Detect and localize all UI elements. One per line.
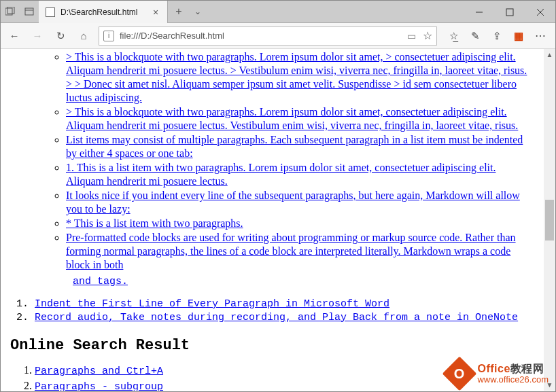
close-window-button[interactable] (525, 1, 555, 23)
content-link[interactable]: Indent the First Line of Every Paragraph… (35, 298, 389, 310)
list-item: Paragraphs and Ctrl+A (35, 363, 534, 378)
office-extension-icon[interactable]: ▦ (512, 30, 525, 42)
svg-rect-2 (25, 8, 33, 15)
maximize-button[interactable] (494, 1, 525, 23)
list-item: > This is a blockquote with two paragrap… (66, 50, 534, 105)
content-link[interactable]: Paragraphs and Ctrl+A (35, 366, 163, 377)
content-link[interactable]: Pre-formatted code blocks are used for w… (66, 232, 516, 270)
code-tag-link[interactable]: and tags. (73, 276, 534, 289)
numbered-list-a: Indent the First Line of Every Paragraph… (35, 298, 534, 325)
favorites-hub-icon[interactable]: ☆̲ (447, 30, 460, 42)
back-button[interactable]: ← (6, 28, 22, 44)
notes-icon[interactable]: ✎ (468, 30, 482, 42)
url-box[interactable]: i file:///D:/SearchResult.html ▭ ☆ (99, 26, 437, 46)
scroll-up-icon[interactable]: ▲ (544, 49, 555, 60)
titlebar: D:\SearchResult.html × + ⌄ (1, 1, 555, 23)
list-item: > This is a blockquote with two paragrap… (66, 105, 534, 132)
more-menu-icon[interactable]: ⋯ (534, 29, 547, 42)
list-item: 1. This is a list item with two paragrap… (66, 161, 534, 188)
page-content: > This is a blockquote with two paragrap… (10, 50, 534, 391)
scroll-thumb[interactable] (545, 200, 554, 240)
content-link[interactable]: * This is a list item with two paragraph… (66, 217, 243, 229)
list-item: Indent the First Line of Every Paragraph… (35, 298, 534, 311)
window-controls (464, 1, 555, 22)
section-heading: Online Search Result (10, 336, 534, 355)
svg-rect-5 (506, 9, 513, 16)
titlebar-drag (206, 1, 464, 22)
vertical-scrollbar[interactable]: ▲ ▼ (544, 49, 555, 391)
content-link[interactable]: > This is a blockquote with two paragrap… (66, 51, 527, 103)
close-tab-icon[interactable]: × (151, 7, 160, 18)
list-item: * This is a list item with two paragraph… (66, 217, 534, 230)
home-button[interactable]: ⌂ (75, 28, 92, 44)
refresh-button[interactable]: ↻ (52, 28, 69, 44)
list-item: It looks nice if you indent every line o… (66, 189, 534, 216)
toolbar-right: ☆̲ ✎ ⇪ ▦ ⋯ (444, 29, 550, 42)
content-link[interactable]: Paragraphs - subgroup (35, 381, 163, 391)
show-tabs-icon[interactable] (20, 1, 39, 23)
content-link[interactable]: 1. This is a list item with two paragrap… (66, 162, 496, 187)
browser-tab[interactable]: D:\SearchResult.html × (39, 1, 168, 23)
list-item: Paragraphs - subgroup (35, 379, 534, 391)
list-item: Record audio, Take notes during recordin… (35, 312, 534, 325)
page-viewport: > This is a blockquote with two paragrap… (1, 49, 544, 391)
content-link[interactable]: List items may consist of multiple parag… (66, 134, 523, 159)
scroll-track[interactable] (544, 60, 555, 379)
reading-view-icon[interactable]: ▭ (407, 31, 416, 41)
tab-title: D:\SearchResult.html (60, 7, 145, 17)
address-bar: ← → ↻ ⌂ i file:///D:/SearchResult.html ▭… (1, 23, 555, 49)
content-link[interactable]: Record audio, Take notes during recordin… (35, 312, 518, 323)
scroll-down-icon[interactable]: ▼ (544, 379, 555, 391)
favorite-icon[interactable]: ☆ (423, 29, 432, 42)
list-item: List items may consist of multiple parag… (66, 133, 534, 160)
list-item: Pre-formatted code blocks are used for w… (66, 231, 534, 289)
site-info-icon[interactable]: i (103, 31, 114, 41)
share-icon[interactable]: ⇪ (490, 30, 504, 42)
new-tab-button[interactable]: + (168, 1, 190, 22)
url-text: file:///D:/SearchResult.html (120, 31, 402, 41)
forward-button[interactable]: → (29, 28, 46, 44)
minimize-button[interactable] (464, 1, 494, 23)
titlebar-left (1, 1, 39, 22)
page-icon (46, 7, 55, 17)
numbered-list-b: Paragraphs and Ctrl+A Paragraphs - subgr… (35, 363, 534, 391)
bullet-list: > This is a blockquote with two paragrap… (66, 50, 534, 289)
tab-actions-icon[interactable]: ⌄ (190, 1, 206, 22)
content-link[interactable]: It looks nice if you indent every line o… (66, 190, 520, 215)
content-link[interactable]: > This is a blockquote with two paragrap… (66, 106, 518, 131)
set-aside-tabs-icon[interactable] (1, 1, 20, 23)
